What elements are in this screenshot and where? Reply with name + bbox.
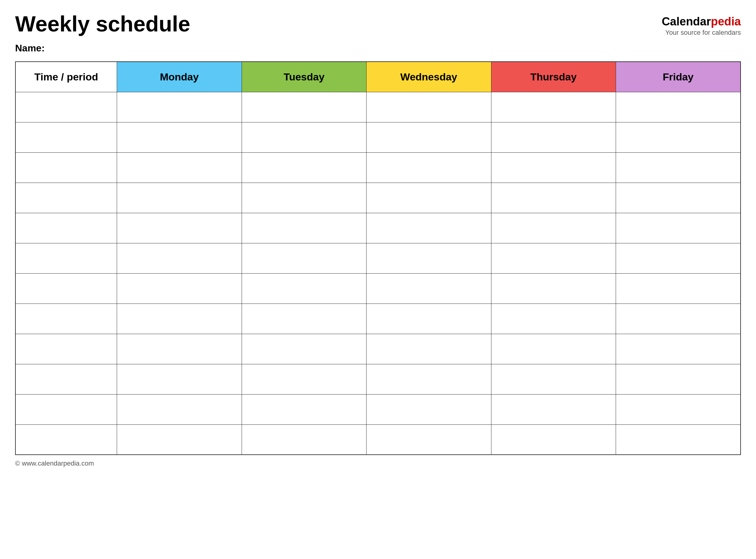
table-row [16,122,740,152]
schedule-body [16,92,740,455]
table-cell[interactable] [616,243,740,273]
table-cell[interactable] [242,183,366,213]
table-cell[interactable] [616,122,740,152]
table-cell[interactable] [616,304,740,334]
table-cell[interactable] [491,334,616,364]
table-cell[interactable] [366,364,491,394]
table-cell[interactable] [491,304,616,334]
table-cell[interactable] [117,304,242,334]
table-cell[interactable] [616,92,740,122]
table-cell[interactable] [117,364,242,394]
table-cell[interactable] [242,424,366,455]
table-cell[interactable] [242,304,366,334]
table-cell[interactable] [117,273,242,304]
page-header: Weekly schedule Calendarpedia Your sourc… [15,12,741,37]
schedule-table: Time / period Monday Tuesday Wednesday T… [15,61,741,455]
logo-text: Calendarpedia [662,15,741,28]
table-cell[interactable] [491,122,616,152]
page-title: Weekly schedule [15,12,190,36]
table-cell[interactable] [366,394,491,424]
table-cell[interactable] [16,92,117,122]
table-cell[interactable] [491,213,616,243]
col-header-thursday: Thursday [491,62,616,92]
logo-pedia: pedia [711,15,741,28]
table-cell[interactable] [616,183,740,213]
table-row [16,183,740,213]
table-cell[interactable] [366,183,491,213]
table-cell[interactable] [16,273,117,304]
copyright: © www.calendarpedia.com [15,460,94,467]
table-cell[interactable] [117,243,242,273]
table-cell[interactable] [16,304,117,334]
table-cell[interactable] [366,92,491,122]
table-cell[interactable] [117,394,242,424]
table-cell[interactable] [491,394,616,424]
table-cell[interactable] [491,183,616,213]
table-cell[interactable] [491,273,616,304]
table-cell[interactable] [616,213,740,243]
table-cell[interactable] [366,424,491,455]
table-cell[interactable] [616,152,740,183]
col-header-time: Time / period [16,62,117,92]
table-cell[interactable] [117,183,242,213]
table-cell[interactable] [366,213,491,243]
table-row [16,243,740,273]
table-cell[interactable] [366,152,491,183]
table-cell[interactable] [117,152,242,183]
logo-subtitle: Your source for calendars [662,29,741,37]
table-cell[interactable] [616,394,740,424]
table-cell[interactable] [16,394,117,424]
table-cell[interactable] [366,243,491,273]
table-row [16,334,740,364]
table-cell[interactable] [242,334,366,364]
table-cell[interactable] [491,424,616,455]
table-cell[interactable] [16,334,117,364]
table-cell[interactable] [242,122,366,152]
logo: Calendarpedia Your source for calendars [662,12,741,37]
table-cell[interactable] [16,213,117,243]
table-cell[interactable] [491,92,616,122]
table-cell[interactable] [242,92,366,122]
table-row [16,152,740,183]
table-cell[interactable] [117,213,242,243]
table-row [16,364,740,394]
table-row [16,304,740,334]
table-cell[interactable] [16,122,117,152]
table-row [16,273,740,304]
table-cell[interactable] [366,334,491,364]
table-cell[interactable] [16,424,117,455]
table-cell[interactable] [242,243,366,273]
table-row [16,92,740,122]
footer: © www.calendarpedia.com [15,460,741,467]
table-cell[interactable] [117,92,242,122]
table-cell[interactable] [491,243,616,273]
table-cell[interactable] [366,304,491,334]
table-cell[interactable] [117,334,242,364]
table-cell[interactable] [366,122,491,152]
table-cell[interactable] [616,334,740,364]
table-cell[interactable] [242,213,366,243]
table-row [16,424,740,455]
table-cell[interactable] [616,424,740,455]
table-cell[interactable] [16,183,117,213]
table-cell[interactable] [117,122,242,152]
table-cell[interactable] [616,273,740,304]
table-cell[interactable] [242,364,366,394]
table-cell[interactable] [16,364,117,394]
table-cell[interactable] [491,364,616,394]
header-row: Time / period Monday Tuesday Wednesday T… [16,62,740,92]
table-cell[interactable] [16,243,117,273]
table-cell[interactable] [242,273,366,304]
table-cell[interactable] [117,424,242,455]
name-label: Name: [15,43,741,54]
table-cell[interactable] [16,152,117,183]
table-cell[interactable] [616,364,740,394]
table-cell[interactable] [366,273,491,304]
table-row [16,394,740,424]
table-cell[interactable] [491,152,616,183]
col-header-wednesday: Wednesday [366,62,491,92]
table-cell[interactable] [242,152,366,183]
col-header-monday: Monday [117,62,242,92]
table-row [16,213,740,243]
table-cell[interactable] [242,394,366,424]
